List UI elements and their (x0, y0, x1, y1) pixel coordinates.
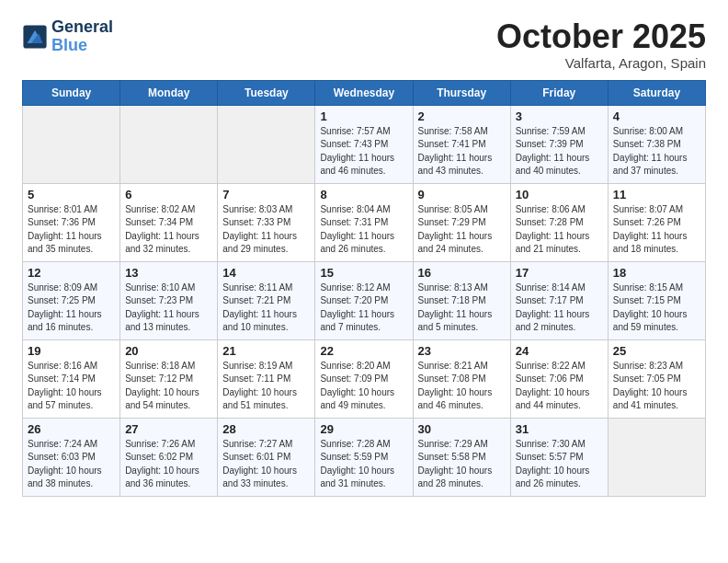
location: Valfarta, Aragon, Spain (496, 55, 706, 71)
calendar-cell: 3Sunrise: 7:59 AM Sunset: 7:39 PM Daylig… (510, 105, 608, 183)
calendar-cell: 29Sunrise: 7:28 AM Sunset: 5:59 PM Dayli… (315, 418, 413, 496)
title-block: October 2025 Valfarta, Aragon, Spain (496, 18, 706, 71)
day-number: 11 (613, 188, 700, 201)
calendar-cell: 28Sunrise: 7:27 AM Sunset: 6:01 PM Dayli… (218, 418, 315, 496)
day-info: Sunrise: 7:58 AM Sunset: 7:41 PM Dayligh… (418, 125, 506, 178)
day-info: Sunrise: 7:57 AM Sunset: 7:43 PM Dayligh… (320, 125, 407, 178)
col-saturday: Saturday (608, 80, 705, 105)
day-number: 6 (125, 188, 212, 201)
day-number: 2 (418, 109, 506, 123)
calendar-cell: 12Sunrise: 8:09 AM Sunset: 7:25 PM Dayli… (23, 261, 120, 339)
calendar-cell: 1Sunrise: 7:57 AM Sunset: 7:43 PM Daylig… (315, 105, 413, 183)
calendar-cell: 2Sunrise: 7:58 AM Sunset: 7:41 PM Daylig… (413, 105, 510, 183)
calendar-cell: 13Sunrise: 8:10 AM Sunset: 7:23 PM Dayli… (120, 261, 218, 339)
day-number: 31 (516, 422, 603, 436)
day-info: Sunrise: 8:19 AM Sunset: 7:11 PM Dayligh… (222, 360, 310, 413)
col-sunday: Sunday (23, 80, 120, 105)
day-number: 12 (28, 266, 115, 280)
calendar-cell (608, 418, 705, 496)
day-number: 23 (418, 344, 506, 358)
day-number: 1 (320, 109, 407, 123)
calendar-table: Sunday Monday Tuesday Wednesday Thursday… (22, 80, 706, 497)
calendar-cell: 19Sunrise: 8:16 AM Sunset: 7:14 PM Dayli… (23, 339, 120, 418)
day-info: Sunrise: 8:23 AM Sunset: 7:05 PM Dayligh… (613, 360, 700, 413)
calendar-cell: 14Sunrise: 8:11 AM Sunset: 7:21 PM Dayli… (218, 261, 315, 339)
day-info: Sunrise: 7:30 AM Sunset: 5:57 PM Dayligh… (516, 438, 603, 491)
day-info: Sunrise: 8:01 AM Sunset: 7:36 PM Dayligh… (28, 203, 115, 257)
calendar-cell: 17Sunrise: 8:14 AM Sunset: 7:17 PM Dayli… (510, 261, 608, 339)
col-wednesday: Wednesday (315, 80, 413, 105)
month-title: October 2025 (496, 18, 706, 55)
calendar-cell: 23Sunrise: 8:21 AM Sunset: 7:08 PM Dayli… (413, 339, 510, 418)
logo-text: GeneralBlue (51, 18, 113, 55)
day-info: Sunrise: 8:05 AM Sunset: 7:29 PM Dayligh… (418, 203, 506, 257)
logo-icon (22, 24, 48, 50)
calendar-cell: 22Sunrise: 8:20 AM Sunset: 7:09 PM Dayli… (315, 339, 413, 418)
day-info: Sunrise: 8:10 AM Sunset: 7:23 PM Dayligh… (125, 282, 212, 335)
calendar-cell: 24Sunrise: 8:22 AM Sunset: 7:06 PM Dayli… (510, 339, 608, 418)
calendar-cell: 11Sunrise: 8:07 AM Sunset: 7:26 PM Dayli… (608, 183, 705, 261)
day-number: 16 (418, 266, 506, 280)
header-row: Sunday Monday Tuesday Wednesday Thursday… (23, 80, 706, 105)
calendar-cell (218, 105, 315, 183)
day-info: Sunrise: 7:59 AM Sunset: 7:39 PM Dayligh… (516, 125, 603, 178)
day-info: Sunrise: 8:06 AM Sunset: 7:28 PM Dayligh… (516, 203, 603, 257)
calendar-cell: 9Sunrise: 8:05 AM Sunset: 7:29 PM Daylig… (413, 183, 510, 261)
calendar-cell: 31Sunrise: 7:30 AM Sunset: 5:57 PM Dayli… (510, 418, 608, 496)
calendar-body: 1Sunrise: 7:57 AM Sunset: 7:43 PM Daylig… (23, 105, 706, 496)
day-number: 15 (320, 266, 407, 280)
day-number: 30 (418, 422, 506, 436)
day-number: 21 (222, 344, 310, 358)
day-info: Sunrise: 8:09 AM Sunset: 7:25 PM Dayligh… (28, 282, 115, 335)
day-info: Sunrise: 7:27 AM Sunset: 6:01 PM Dayligh… (222, 438, 310, 491)
day-info: Sunrise: 8:14 AM Sunset: 7:17 PM Dayligh… (516, 282, 603, 335)
day-info: Sunrise: 8:20 AM Sunset: 7:09 PM Dayligh… (320, 360, 407, 413)
calendar-cell: 16Sunrise: 8:13 AM Sunset: 7:18 PM Dayli… (413, 261, 510, 339)
day-info: Sunrise: 7:28 AM Sunset: 5:59 PM Dayligh… (320, 438, 407, 491)
calendar-header: Sunday Monday Tuesday Wednesday Thursday… (23, 80, 706, 105)
calendar-week-3: 12Sunrise: 8:09 AM Sunset: 7:25 PM Dayli… (23, 261, 706, 339)
day-number: 20 (125, 344, 212, 358)
day-info: Sunrise: 8:18 AM Sunset: 7:12 PM Dayligh… (125, 360, 212, 413)
day-info: Sunrise: 8:22 AM Sunset: 7:06 PM Dayligh… (516, 360, 603, 413)
calendar-cell: 6Sunrise: 8:02 AM Sunset: 7:34 PM Daylig… (120, 183, 218, 261)
day-info: Sunrise: 7:29 AM Sunset: 5:58 PM Dayligh… (418, 438, 506, 491)
calendar-cell: 25Sunrise: 8:23 AM Sunset: 7:05 PM Dayli… (608, 339, 705, 418)
calendar-cell: 20Sunrise: 8:18 AM Sunset: 7:12 PM Dayli… (120, 339, 218, 418)
day-number: 4 (613, 109, 700, 123)
day-number: 26 (28, 422, 115, 436)
calendar-cell: 21Sunrise: 8:19 AM Sunset: 7:11 PM Dayli… (218, 339, 315, 418)
day-number: 14 (222, 266, 310, 280)
day-number: 25 (613, 344, 700, 358)
day-number: 5 (28, 188, 115, 201)
calendar-cell: 10Sunrise: 8:06 AM Sunset: 7:28 PM Dayli… (510, 183, 608, 261)
day-number: 22 (320, 344, 407, 358)
col-thursday: Thursday (413, 80, 510, 105)
day-info: Sunrise: 8:00 AM Sunset: 7:38 PM Dayligh… (613, 125, 700, 178)
day-info: Sunrise: 8:15 AM Sunset: 7:15 PM Dayligh… (613, 282, 700, 335)
calendar-week-2: 5Sunrise: 8:01 AM Sunset: 7:36 PM Daylig… (23, 183, 706, 261)
day-number: 27 (125, 422, 212, 436)
calendar-week-1: 1Sunrise: 7:57 AM Sunset: 7:43 PM Daylig… (23, 105, 706, 183)
day-number: 29 (320, 422, 407, 436)
day-number: 10 (516, 188, 603, 201)
day-number: 9 (418, 188, 506, 201)
day-info: Sunrise: 8:13 AM Sunset: 7:18 PM Dayligh… (418, 282, 506, 335)
day-number: 3 (516, 109, 603, 123)
day-info: Sunrise: 7:26 AM Sunset: 6:02 PM Dayligh… (125, 438, 212, 491)
day-number: 28 (222, 422, 310, 436)
day-info: Sunrise: 8:04 AM Sunset: 7:31 PM Dayligh… (320, 203, 407, 257)
calendar-cell: 4Sunrise: 8:00 AM Sunset: 7:38 PM Daylig… (608, 105, 705, 183)
day-info: Sunrise: 8:12 AM Sunset: 7:20 PM Dayligh… (320, 282, 407, 335)
day-number: 13 (125, 266, 212, 280)
calendar-cell: 26Sunrise: 7:24 AM Sunset: 6:03 PM Dayli… (23, 418, 120, 496)
day-info: Sunrise: 8:07 AM Sunset: 7:26 PM Dayligh… (613, 203, 700, 257)
day-info: Sunrise: 8:11 AM Sunset: 7:21 PM Dayligh… (222, 282, 310, 335)
calendar-cell: 5Sunrise: 8:01 AM Sunset: 7:36 PM Daylig… (23, 183, 120, 261)
day-info: Sunrise: 8:16 AM Sunset: 7:14 PM Dayligh… (28, 360, 115, 413)
day-number: 17 (516, 266, 603, 280)
calendar-cell: 27Sunrise: 7:26 AM Sunset: 6:02 PM Dayli… (120, 418, 218, 496)
calendar-cell (23, 105, 120, 183)
calendar-cell (120, 105, 218, 183)
calendar-week-5: 26Sunrise: 7:24 AM Sunset: 6:03 PM Dayli… (23, 418, 706, 496)
